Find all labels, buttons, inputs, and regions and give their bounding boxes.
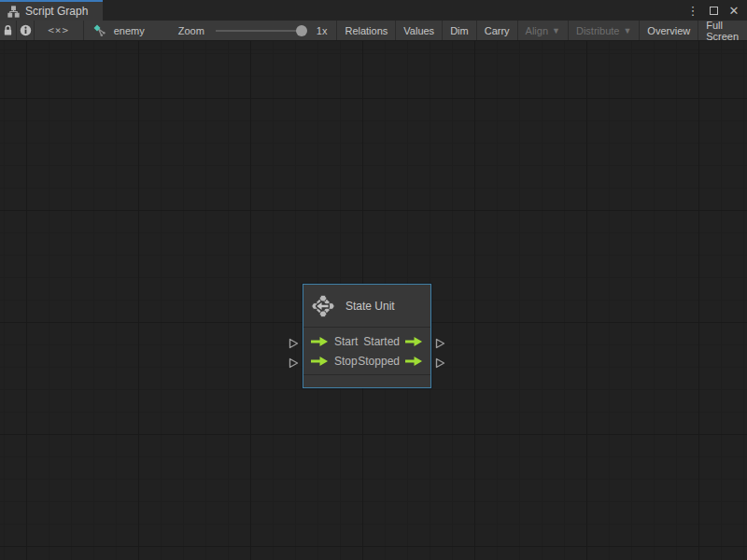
chevron-down-icon: ▼ (552, 26, 560, 35)
align-dropdown: Align ▼ (518, 21, 569, 40)
chevron-down-icon: ▼ (623, 26, 631, 35)
port-label: Start (334, 335, 358, 348)
port-label: Stop (334, 355, 358, 368)
input-port-stop[interactable]: Stop (311, 355, 358, 368)
graph-output-port-started[interactable] (434, 337, 446, 350)
lock-icon (3, 24, 13, 36)
values-button[interactable]: Values (396, 21, 443, 40)
flow-arrow-icon (311, 336, 329, 347)
state-unit-footer (303, 374, 430, 385)
graph-tab-icon (7, 6, 20, 18)
graph-asset-icon (93, 24, 106, 37)
port-label: Stopped (358, 355, 400, 368)
graph-canvas[interactable]: State Unit Start Started (0, 41, 747, 560)
window-controls: ⋮ ✕ (685, 0, 747, 21)
state-unit-body: Start Started Stop Stopped (303, 328, 430, 374)
tab-title: Script Graph (25, 5, 88, 18)
dim-button[interactable]: Dim (443, 21, 477, 40)
zoom-slider[interactable] (216, 30, 305, 32)
relations-button[interactable]: Relations (337, 21, 396, 40)
fullscreen-button[interactable]: Full Screen (698, 21, 747, 40)
state-unit-header[interactable]: State Unit (303, 285, 430, 328)
output-port-started[interactable]: Started (363, 335, 423, 348)
distribute-label: Distribute (576, 25, 619, 36)
tab-bar: Script Graph ⋮ ✕ (0, 0, 747, 21)
fullscreen-label: Full Screen (706, 20, 740, 42)
state-unit-node[interactable]: State Unit Start Started (303, 284, 431, 388)
preview-code-button[interactable]: <×> (35, 21, 84, 40)
flow-arrow-icon (311, 356, 329, 367)
port-row: Start Started (303, 331, 430, 351)
graph-input-port-stop[interactable] (288, 357, 300, 370)
tab-script-graph[interactable]: Script Graph (0, 0, 103, 21)
graph-output-port-stopped[interactable] (434, 357, 446, 370)
align-label: Align (526, 25, 548, 36)
zoom-slider-handle[interactable] (296, 25, 307, 36)
close-icon[interactable]: ✕ (726, 3, 741, 18)
lock-button[interactable] (0, 21, 17, 40)
tab-strip-empty (103, 0, 685, 21)
graph-context: enemy Zoom 1x (84, 21, 338, 40)
graph-name: enemy (114, 25, 145, 36)
maximize-icon[interactable] (706, 3, 721, 18)
window-menu-icon[interactable]: ⋮ (685, 3, 700, 18)
graph-toolbar: <×> enemy Zoom 1x Relations Values Dim C… (0, 21, 747, 41)
output-port-stopped[interactable]: Stopped (358, 355, 423, 368)
flow-arrow-icon (405, 356, 423, 367)
code-icon: <×> (48, 24, 69, 36)
inspect-button[interactable] (17, 21, 34, 40)
zoom-label: Zoom (178, 25, 204, 36)
input-port-start[interactable]: Start (311, 335, 358, 348)
carry-button[interactable]: Carry (477, 21, 518, 40)
values-label: Values (403, 25, 434, 36)
graph-input-port-start[interactable] (288, 337, 300, 350)
node-title: State Unit (345, 300, 395, 313)
distribute-dropdown: Distribute ▼ (569, 21, 640, 40)
overview-label: Overview (647, 25, 690, 36)
port-row: Stop Stopped (303, 351, 430, 371)
zoom-value: 1x (317, 25, 328, 36)
carry-label: Carry (485, 25, 510, 36)
relations-label: Relations (345, 25, 388, 36)
overview-button[interactable]: Overview (640, 21, 698, 40)
flow-arrow-icon (405, 336, 423, 347)
port-label: Started (363, 335, 400, 348)
state-unit-icon (311, 294, 335, 318)
dim-label: Dim (450, 25, 469, 36)
info-icon (20, 24, 32, 36)
